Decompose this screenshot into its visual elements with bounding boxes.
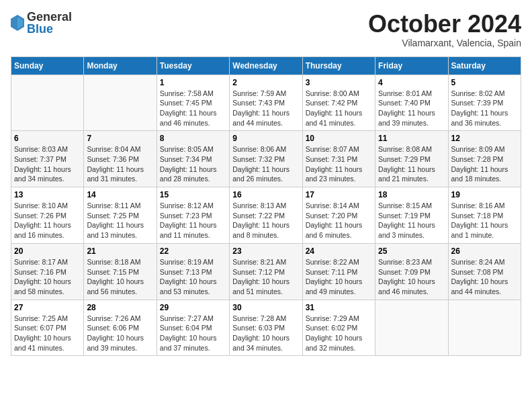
header-day: Thursday — [302, 56, 375, 75]
day-number: 9 — [232, 134, 299, 143]
month-title: October 2024 — [368, 11, 521, 38]
calendar-cell: 11Sunrise: 8:08 AM Sunset: 7:29 PM Dayli… — [375, 131, 448, 187]
day-info: Sunrise: 8:21 AM Sunset: 7:12 PM Dayligh… — [232, 257, 299, 297]
day-number: 4 — [378, 78, 445, 87]
day-info: Sunrise: 8:01 AM Sunset: 7:40 PM Dayligh… — [378, 89, 445, 128]
day-number: 1 — [160, 78, 226, 87]
calendar-cell: 30Sunrise: 7:28 AM Sunset: 6:03 PM Dayli… — [230, 300, 302, 356]
calendar-cell: 25Sunrise: 8:23 AM Sunset: 7:09 PM Dayli… — [375, 243, 448, 300]
calendar-cell: 18Sunrise: 8:15 AM Sunset: 7:19 PM Dayli… — [375, 187, 448, 244]
day-number: 23 — [232, 246, 299, 256]
day-number: 19 — [451, 190, 518, 199]
header-day: Tuesday — [157, 56, 229, 75]
day-number: 28 — [87, 303, 153, 312]
day-number: 10 — [306, 134, 372, 143]
day-number: 12 — [451, 134, 518, 143]
day-info: Sunrise: 8:15 AM Sunset: 7:19 PM Dayligh… — [378, 201, 445, 240]
day-number: 26 — [451, 246, 518, 256]
calendar-week-row: 27Sunrise: 7:25 AM Sunset: 6:07 PM Dayli… — [11, 300, 521, 356]
day-number: 11 — [378, 134, 445, 143]
page-header: General Blue October 2024 Vilamarxant, V… — [11, 11, 521, 48]
day-info: Sunrise: 8:08 AM Sunset: 7:29 PM Dayligh… — [378, 144, 445, 184]
header-day: Saturday — [448, 56, 521, 75]
day-number: 7 — [87, 134, 153, 143]
day-info: Sunrise: 8:05 AM Sunset: 7:34 PM Dayligh… — [160, 144, 226, 184]
calendar-cell: 3Sunrise: 8:00 AM Sunset: 7:42 PM Daylig… — [302, 75, 375, 131]
day-info: Sunrise: 8:22 AM Sunset: 7:11 PM Dayligh… — [306, 257, 372, 297]
day-number: 25 — [378, 246, 445, 256]
logo-blue: Blue — [27, 23, 72, 35]
day-info: Sunrise: 7:26 AM Sunset: 6:06 PM Dayligh… — [87, 314, 153, 353]
day-number: 17 — [306, 190, 372, 199]
day-number: 18 — [378, 190, 445, 199]
day-info: Sunrise: 8:00 AM Sunset: 7:42 PM Dayligh… — [306, 89, 372, 128]
calendar-cell: 9Sunrise: 8:06 AM Sunset: 7:32 PM Daylig… — [230, 131, 302, 187]
day-info: Sunrise: 8:07 AM Sunset: 7:31 PM Dayligh… — [306, 144, 372, 184]
calendar-cell: 24Sunrise: 8:22 AM Sunset: 7:11 PM Dayli… — [302, 243, 375, 300]
day-info: Sunrise: 8:02 AM Sunset: 7:39 PM Dayligh… — [451, 89, 518, 128]
calendar-week-row: 6Sunrise: 8:03 AM Sunset: 7:37 PM Daylig… — [11, 131, 521, 187]
header-day: Wednesday — [230, 56, 302, 75]
calendar-cell: 21Sunrise: 8:18 AM Sunset: 7:15 PM Dayli… — [84, 243, 157, 300]
calendar-cell — [375, 300, 448, 356]
logo: General Blue — [11, 11, 72, 35]
day-info: Sunrise: 8:03 AM Sunset: 7:37 PM Dayligh… — [14, 144, 81, 184]
day-info: Sunrise: 8:11 AM Sunset: 7:25 PM Dayligh… — [87, 201, 153, 240]
calendar-cell: 31Sunrise: 7:29 AM Sunset: 6:02 PM Dayli… — [302, 300, 375, 356]
day-number: 14 — [87, 190, 153, 199]
location: Vilamarxant, Valencia, Spain — [368, 38, 521, 48]
day-info: Sunrise: 8:13 AM Sunset: 7:22 PM Dayligh… — [232, 201, 299, 240]
day-number: 30 — [232, 303, 299, 312]
calendar-cell — [448, 300, 521, 356]
day-info: Sunrise: 8:16 AM Sunset: 7:18 PM Dayligh… — [451, 201, 518, 240]
day-info: Sunrise: 8:06 AM Sunset: 7:32 PM Dayligh… — [232, 144, 299, 184]
day-number: 6 — [14, 134, 81, 143]
calendar-cell: 8Sunrise: 8:05 AM Sunset: 7:34 PM Daylig… — [157, 131, 229, 187]
day-number: 3 — [306, 78, 372, 87]
header-day: Sunday — [11, 56, 84, 75]
day-info: Sunrise: 7:29 AM Sunset: 6:02 PM Dayligh… — [306, 314, 372, 353]
day-info: Sunrise: 7:27 AM Sunset: 6:04 PM Dayligh… — [160, 314, 226, 353]
calendar-week-row: 1Sunrise: 7:58 AM Sunset: 7:45 PM Daylig… — [11, 75, 521, 131]
day-number: 20 — [14, 246, 81, 256]
title-section: October 2024 Vilamarxant, Valencia, Spai… — [368, 11, 521, 48]
calendar-cell: 2Sunrise: 7:59 AM Sunset: 7:43 PM Daylig… — [230, 75, 302, 131]
day-info: Sunrise: 7:28 AM Sunset: 6:03 PM Dayligh… — [232, 314, 299, 353]
header-day: Monday — [84, 56, 157, 75]
calendar-cell: 14Sunrise: 8:11 AM Sunset: 7:25 PM Dayli… — [84, 187, 157, 244]
calendar-cell: 20Sunrise: 8:17 AM Sunset: 7:16 PM Dayli… — [11, 243, 84, 300]
day-number: 2 — [232, 78, 299, 87]
day-number: 24 — [306, 246, 372, 256]
day-number: 29 — [160, 303, 226, 312]
day-number: 27 — [14, 303, 81, 312]
calendar-cell — [84, 75, 157, 131]
day-info: Sunrise: 8:10 AM Sunset: 7:26 PM Dayligh… — [14, 201, 81, 240]
day-info: Sunrise: 8:12 AM Sunset: 7:23 PM Dayligh… — [160, 201, 226, 240]
calendar-cell: 4Sunrise: 8:01 AM Sunset: 7:40 PM Daylig… — [375, 75, 448, 131]
day-info: Sunrise: 8:14 AM Sunset: 7:20 PM Dayligh… — [306, 201, 372, 240]
day-number: 5 — [451, 78, 518, 87]
calendar-cell: 22Sunrise: 8:19 AM Sunset: 7:13 PM Dayli… — [157, 243, 229, 300]
day-info: Sunrise: 8:24 AM Sunset: 7:08 PM Dayligh… — [451, 257, 518, 297]
calendar-cell: 16Sunrise: 8:13 AM Sunset: 7:22 PM Dayli… — [230, 187, 302, 244]
calendar-cell: 28Sunrise: 7:26 AM Sunset: 6:06 PM Dayli… — [84, 300, 157, 356]
day-info: Sunrise: 8:17 AM Sunset: 7:16 PM Dayligh… — [14, 257, 81, 297]
day-info: Sunrise: 7:59 AM Sunset: 7:43 PM Dayligh… — [232, 89, 299, 128]
calendar-cell: 12Sunrise: 8:09 AM Sunset: 7:28 PM Dayli… — [448, 131, 521, 187]
calendar-cell: 23Sunrise: 8:21 AM Sunset: 7:12 PM Dayli… — [230, 243, 302, 300]
calendar-cell: 19Sunrise: 8:16 AM Sunset: 7:18 PM Dayli… — [448, 187, 521, 244]
header-day: Friday — [375, 56, 448, 75]
header-row: SundayMondayTuesdayWednesdayThursdayFrid… — [11, 56, 521, 75]
calendar-cell: 1Sunrise: 7:58 AM Sunset: 7:45 PM Daylig… — [157, 75, 229, 131]
calendar-body: 1Sunrise: 7:58 AM Sunset: 7:45 PM Daylig… — [11, 75, 521, 356]
calendar-cell: 15Sunrise: 8:12 AM Sunset: 7:23 PM Dayli… — [157, 187, 229, 244]
day-info: Sunrise: 8:09 AM Sunset: 7:28 PM Dayligh… — [451, 144, 518, 184]
calendar-week-row: 20Sunrise: 8:17 AM Sunset: 7:16 PM Dayli… — [11, 243, 521, 300]
calendar-cell: 7Sunrise: 8:04 AM Sunset: 7:36 PM Daylig… — [84, 131, 157, 187]
calendar-cell: 5Sunrise: 8:02 AM Sunset: 7:39 PM Daylig… — [448, 75, 521, 131]
logo-icon — [11, 15, 24, 31]
calendar-cell: 6Sunrise: 8:03 AM Sunset: 7:37 PM Daylig… — [11, 131, 84, 187]
day-info: Sunrise: 8:23 AM Sunset: 7:09 PM Dayligh… — [378, 257, 445, 297]
day-number: 15 — [160, 190, 226, 199]
day-number: 13 — [14, 190, 81, 199]
